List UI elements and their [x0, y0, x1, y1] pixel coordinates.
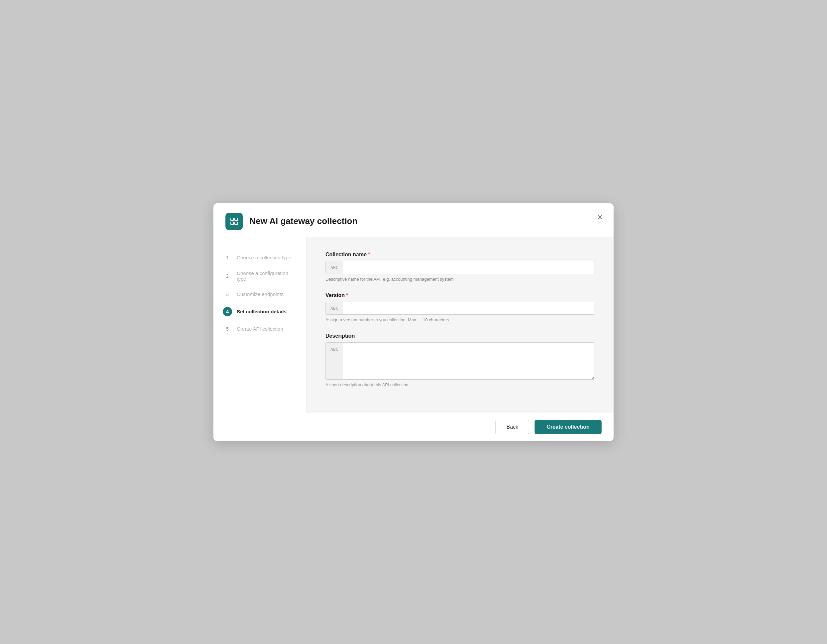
step-label-4: Set collection details — [237, 309, 286, 314]
version-prefix: ABC — [326, 302, 343, 314]
step-item-2[interactable]: 2 Choose a configuration type — [223, 266, 297, 286]
modal-content: Collection name * ABC Descriptive name f… — [307, 237, 613, 413]
description-hint: A short description about this API colle… — [326, 382, 595, 387]
step-item-3[interactable]: 3 Customize endpoints — [223, 286, 297, 303]
step-item-1[interactable]: 1 Choose a collection type — [223, 249, 297, 266]
step-label-1: Choose a collection type — [237, 255, 291, 260]
step-number-5: 5 — [223, 324, 232, 334]
collection-name-label: Collection name * — [326, 252, 595, 258]
description-prefix: ABC — [326, 343, 343, 379]
step-item-4[interactable]: 4 Set collection details — [223, 303, 297, 320]
svg-rect-1 — [235, 218, 237, 221]
description-textarea-wrapper: ABC — [326, 342, 595, 380]
version-hint: Assign a version number to you collectio… — [326, 317, 595, 322]
step-number-1: 1 — [223, 253, 232, 262]
collection-name-input-wrapper: ABC — [326, 261, 595, 274]
step-label-3: Customize endpoints — [237, 292, 284, 297]
version-input[interactable] — [343, 302, 595, 314]
version-input-wrapper: ABC — [326, 302, 595, 315]
collection-name-group: Collection name * ABC Descriptive name f… — [326, 252, 595, 282]
step-number-2: 2 — [223, 271, 232, 281]
modal-title: New AI gateway collection — [250, 216, 357, 226]
step-item-5[interactable]: 5 Create API collection — [223, 320, 297, 338]
create-collection-button[interactable]: Create collection — [535, 420, 602, 434]
svg-rect-3 — [235, 222, 237, 225]
modal-dialog: New AI gateway collection ✕ 1 Choose a c… — [214, 203, 613, 441]
modal-sidebar: 1 Choose a collection type 2 Choose a co… — [214, 237, 307, 413]
step-number-4: 4 — [223, 307, 232, 317]
close-button[interactable]: ✕ — [596, 213, 604, 223]
description-label: Description — [326, 333, 595, 339]
collection-name-input[interactable] — [343, 261, 595, 274]
version-group: Version * ABC Assign a version number to… — [326, 292, 595, 322]
collection-name-hint: Descriptive name for the API, e.g. accou… — [326, 277, 595, 282]
modal-icon — [225, 213, 243, 230]
step-number-3: 3 — [223, 290, 232, 299]
required-star-name: * — [368, 252, 370, 258]
back-button[interactable]: Back — [495, 419, 529, 434]
description-group: Description ABC A short description abou… — [326, 333, 595, 387]
description-textarea[interactable] — [343, 343, 595, 379]
version-label: Version * — [326, 292, 595, 298]
modal-body: 1 Choose a collection type 2 Choose a co… — [214, 237, 613, 413]
svg-rect-0 — [231, 218, 233, 221]
modal-footer: Back Create collection — [214, 413, 613, 441]
collection-name-prefix: ABC — [326, 261, 343, 274]
modal-overlay: New AI gateway collection ✕ 1 Choose a c… — [0, 0, 827, 644]
required-star-version: * — [346, 292, 348, 298]
step-label-2: Choose a configuration type — [237, 270, 297, 282]
step-label-5: Create API collection — [237, 326, 283, 332]
ai-gateway-icon — [229, 217, 239, 226]
modal-header: New AI gateway collection ✕ — [214, 203, 613, 237]
svg-rect-2 — [231, 222, 233, 225]
